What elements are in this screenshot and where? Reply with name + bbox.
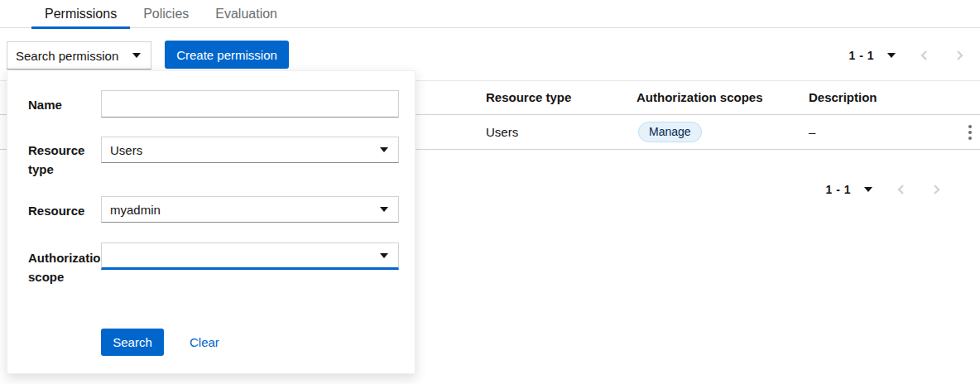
tab-permissions[interactable]: Permissions [31, 0, 130, 28]
chevron-right-icon [956, 50, 964, 61]
pagination-range: 1 - 1 [825, 183, 851, 196]
row-kebab-menu-button[interactable] [954, 115, 980, 149]
search-permission-dropdown[interactable]: Search permission [7, 41, 151, 70]
tab-evaluation[interactable]: Evaluation [202, 0, 291, 28]
tab-bar: Permissions Policies Evaluation [0, 0, 980, 28]
search-button[interactable]: Search [101, 329, 164, 356]
resource-select-value: myadmin [110, 203, 161, 217]
next-page-button[interactable] [925, 178, 949, 201]
column-header-description: Description [809, 81, 877, 114]
next-page-button[interactable] [949, 44, 972, 67]
per-page-menu-button[interactable] [884, 50, 899, 61]
caret-down-icon [380, 147, 388, 152]
authorization-scope-select[interactable] [101, 242, 399, 270]
clear-button[interactable]: Clear [183, 329, 226, 356]
resource-type-select-value: Users [110, 143, 142, 157]
caret-down-icon [864, 187, 872, 192]
resource-type-select[interactable]: Users [101, 137, 399, 163]
tab-policies[interactable]: Policies [130, 0, 202, 28]
name-field-label: Name [28, 95, 99, 114]
name-input[interactable] [101, 90, 399, 118]
tab-permissions-label: Permissions [45, 7, 117, 22]
kebab-icon [968, 125, 972, 128]
per-page-menu-button[interactable] [861, 184, 876, 195]
pagination-top: 1 - 1 [848, 41, 972, 70]
permissions-page: Permissions Policies Evaluation Search p… [0, 0, 980, 384]
caret-down-icon [380, 207, 388, 212]
cell-resource-type: Users [486, 115, 518, 149]
caret-down-icon [887, 53, 896, 58]
chevron-right-icon [933, 184, 941, 195]
authorization-scope-badge: Manage [638, 122, 702, 142]
create-permission-button[interactable]: Create permission [165, 41, 289, 69]
resource-field-label: Resource [28, 201, 99, 220]
search-permission-panel: Name Resource type Users Resource myadmi… [7, 70, 416, 374]
cell-description: – [809, 115, 815, 149]
column-header-authorization-scopes: Authorization scopes [637, 81, 763, 114]
previous-page-button[interactable] [912, 44, 935, 67]
caret-down-icon [132, 53, 141, 58]
search-permission-dropdown-label: Search permission [16, 49, 118, 63]
column-header-resource-type: Resource type [486, 81, 571, 114]
resource-select[interactable]: myadmin [101, 196, 399, 223]
chevron-left-icon [896, 184, 905, 195]
resource-type-field-label: Resource type [28, 141, 99, 179]
previous-page-button[interactable] [889, 178, 912, 201]
pagination-bottom: 1 - 1 [825, 175, 949, 204]
caret-down-icon [380, 253, 388, 258]
tab-policies-label: Policies [143, 7, 189, 22]
pagination-range: 1 - 1 [848, 49, 874, 62]
tab-evaluation-label: Evaluation [215, 7, 277, 22]
chevron-left-icon [920, 50, 928, 61]
authorization-scope-field-label: Authorization scope [28, 248, 99, 286]
